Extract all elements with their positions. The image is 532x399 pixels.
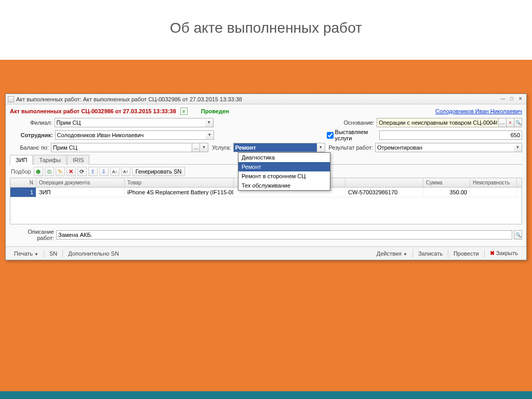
tab-zip[interactable]: ЗИП — [10, 155, 33, 165]
service-dropdown-panel: Диагностика Ремонт Ремонт в стороннем СЦ… — [238, 152, 330, 191]
balance-input[interactable] — [51, 143, 192, 152]
basis-open-button[interactable]: 🔍 — [514, 118, 522, 127]
maximize-button[interactable]: □ — [508, 96, 515, 102]
col-operation: Операция документа — [36, 178, 125, 187]
basis-select-button[interactable]: … — [498, 118, 507, 127]
close-icon: ✖ — [490, 250, 495, 256]
description-input[interactable] — [56, 230, 512, 240]
cell-serial: CW-570032986170 — [345, 188, 423, 197]
move-up-button[interactable]: ⇧ — [88, 167, 98, 176]
result-label: Результат работ: — [327, 144, 373, 151]
user-link[interactable]: Солодовников Иван Николаевич — [435, 108, 522, 114]
result-dropdown-button[interactable]: ▼ — [514, 143, 522, 152]
footer-toolbar: Печать ▼ SN Дополнительно SN Действия ▼ … — [6, 246, 526, 260]
employee-dropdown-button[interactable]: ▼ — [206, 130, 214, 140]
basis-clear-button[interactable]: × — [506, 118, 514, 127]
close-button[interactable]: ✖Закрыть — [486, 249, 522, 258]
slide-footer-bar — [0, 391, 532, 399]
basis-label: Основание: — [325, 119, 375, 126]
dropdown-item[interactable]: Тех обслуживание — [238, 181, 330, 190]
employee-label: Сотрудник: — [10, 132, 53, 138]
sn-button[interactable]: SN — [45, 249, 61, 258]
refresh-button[interactable]: ⟳ — [77, 167, 87, 176]
col-defect: Неисправность — [470, 178, 517, 187]
close-window-button[interactable]: ✕ — [517, 96, 524, 102]
minimize-button[interactable]: — — [499, 96, 507, 102]
branch-label: Филиал: — [10, 119, 52, 126]
pick-label: Подбор — [11, 168, 31, 175]
document-title: Акт выполненных работ СЦ-0032986 от 27.0… — [10, 108, 176, 114]
balance-select-button[interactable]: … — [192, 143, 200, 152]
chevron-down-icon: ▼ — [34, 252, 38, 257]
app-icon — [8, 96, 14, 102]
chevron-down-icon: ▼ — [403, 252, 407, 257]
dropdown-item[interactable]: Диагностика — [238, 153, 330, 162]
bill-amount-input[interactable] — [379, 130, 522, 140]
app-window: Акт выполненных работ: Акт выполненных р… — [5, 94, 527, 260]
service-input[interactable] — [233, 143, 317, 152]
result-input[interactable] — [375, 143, 514, 152]
bill-services-checkbox[interactable] — [327, 132, 334, 139]
description-label: Описание работ: — [10, 229, 54, 241]
bill-services-label: Выставляем услуги — [335, 129, 377, 141]
delete-button[interactable]: ✕ — [66, 167, 76, 176]
slide-background: Акт выполненных работ: Акт выполненных р… — [0, 60, 532, 391]
branch-input[interactable] — [55, 118, 205, 127]
print-button[interactable]: Печать ▼ — [10, 249, 43, 258]
service-label: Услуга: — [210, 144, 231, 151]
tab-iris[interactable]: IRIS — [67, 155, 89, 165]
service-dropdown-button[interactable]: ▼ — [317, 143, 325, 152]
window-title: Акт выполненных работ: Акт выполненных р… — [16, 96, 499, 102]
copy-button[interactable]: ⧉ — [45, 167, 54, 176]
col-serial — [345, 178, 423, 187]
slide-title: Об акте выполненных работ — [0, 0, 532, 47]
cell-defect — [470, 188, 517, 197]
employee-input[interactable] — [55, 130, 206, 140]
actions-button[interactable]: Действия ▼ — [373, 249, 411, 258]
branch-dropdown-button[interactable]: ▼ — [205, 118, 214, 127]
titlebar: Акт выполненных работ: Акт выполненных р… — [6, 94, 526, 104]
doc-status-icon: ≡ — [180, 108, 188, 115]
description-lookup-button[interactable]: 🔍 — [514, 230, 522, 240]
dropdown-item[interactable]: Ремонт в стороннем СЦ — [238, 171, 330, 181]
sort-asc-button[interactable]: A↓ — [110, 167, 119, 176]
move-down-button[interactable]: ⇩ — [99, 167, 109, 176]
generate-sn-button[interactable]: Генерировать SN — [132, 167, 185, 176]
balance-label: Баланс по: — [10, 144, 49, 151]
edit-button[interactable]: ✎ — [56, 167, 65, 176]
more-sn-button[interactable]: Дополнительно SN — [64, 249, 123, 258]
dropdown-item[interactable]: Ремонт — [238, 162, 330, 171]
col-n: N — [10, 178, 36, 187]
col-product: Товар — [125, 178, 234, 187]
cell-product: iPhone 4S Replacement Battery (IF115-005… — [125, 188, 234, 197]
basis-input[interactable] — [377, 118, 499, 127]
tab-tariffs[interactable]: Тарифы — [33, 155, 66, 165]
balance-dropdown-button[interactable]: ▼ — [200, 143, 208, 152]
sort-desc-button[interactable]: A↑ — [121, 167, 130, 176]
status-badge: Проведен — [201, 108, 229, 114]
post-button[interactable]: Провести — [449, 249, 483, 258]
cell-sum: 350.00 — [423, 188, 470, 197]
cell-n: 1 — [10, 188, 36, 197]
save-button[interactable]: Записать — [414, 249, 447, 258]
add-button[interactable]: ⊕ — [34, 167, 43, 176]
col-sum: Сумма — [423, 178, 470, 187]
cell-operation: ЗИП — [36, 188, 125, 197]
